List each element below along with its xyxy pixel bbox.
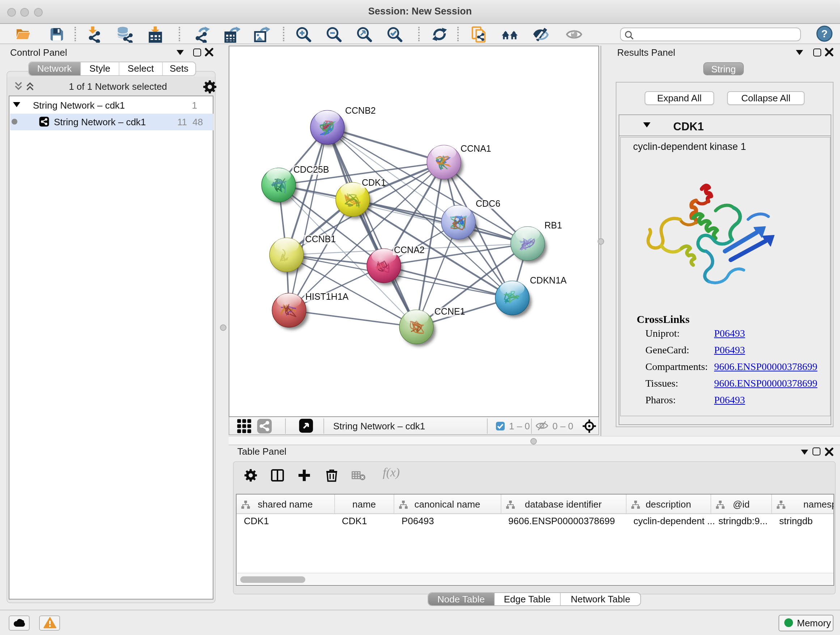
- table-tab-edge-table[interactable]: Edge Table: [494, 593, 560, 605]
- table-tab-node-table[interactable]: Node Table: [428, 593, 494, 605]
- left-splitter-handle[interactable]: [220, 325, 226, 331]
- import-table-from-file-button[interactable]: [146, 26, 164, 43]
- search-input[interactable]: [637, 28, 796, 40]
- control-panel-float-button[interactable]: [193, 48, 201, 56]
- add-column-icon[interactable]: [297, 469, 311, 482]
- results-panel-close-button[interactable]: [824, 48, 833, 57]
- warnings-button[interactable]: [39, 616, 60, 630]
- share-network-button[interactable]: [256, 418, 272, 434]
- column-header-id[interactable]: @id: [711, 494, 772, 513]
- zoom-fit-button[interactable]: [355, 26, 373, 43]
- network-node-CCNE1[interactable]: [399, 310, 435, 346]
- table-cell-sharedname[interactable]: CDK1: [244, 515, 269, 526]
- title-bar: Session: New Session: [0, 0, 840, 24]
- network-canvas[interactable]: CCNB2CCNA1CDC25BCDK1CDC6RB1CCNB1CCNA2CDK…: [228, 45, 599, 417]
- table-cell-id[interactable]: stringdb:9...: [718, 515, 767, 526]
- results-panel-menu-button[interactable]: [796, 50, 803, 55]
- toolbar-separator: [285, 418, 286, 433]
- first-neighbors-button[interactable]: [501, 26, 518, 43]
- table-panel-close-button[interactable]: [824, 447, 833, 456]
- show-all-button[interactable]: [565, 26, 583, 43]
- network-node-CDKN1A[interactable]: [495, 280, 531, 317]
- collection-expand-arrow[interactable]: [13, 102, 20, 107]
- expand-all-button[interactable]: Expand All: [645, 91, 714, 105]
- network-edge-CDK1-RB1[interactable]: [352, 199, 527, 243]
- status-bar: Memory: [0, 610, 840, 635]
- table-panel-float-button[interactable]: [813, 448, 821, 455]
- network-options-gear-icon[interactable]: [202, 79, 217, 94]
- hide-selected-button[interactable]: [532, 26, 549, 43]
- network-row[interactable]: String Network – cdk1 11 48: [10, 113, 213, 130]
- export-table-button[interactable]: [223, 26, 240, 43]
- network-collection-row[interactable]: String Network – cdk1 1: [10, 97, 213, 113]
- delete-table-icon[interactable]: [352, 470, 365, 480]
- clone-network-button[interactable]: [470, 26, 488, 43]
- table-options-gear-icon[interactable]: [244, 469, 257, 482]
- export-view-button[interactable]: [298, 418, 313, 433]
- table-tab-network-table[interactable]: Network Table: [560, 593, 640, 605]
- eye-icon: [565, 26, 582, 43]
- table-cell-description[interactable]: cyclin-dependent ...: [633, 515, 715, 526]
- column-header-sharedname[interactable]: shared name: [237, 494, 335, 513]
- network-node-HIST1H1A[interactable]: [272, 293, 308, 329]
- crosslink-link[interactable]: 9606.ENSP00000378699: [714, 361, 817, 373]
- gene-section-header[interactable]: CDK1: [619, 115, 831, 136]
- table-cell-namespace[interactable]: stringdb: [779, 515, 813, 526]
- column-header-databaseidentifier[interactable]: database identifier: [501, 494, 626, 513]
- fit-content-crosshair-button[interactable]: [581, 418, 597, 433]
- import-network-from-file-button[interactable]: [85, 26, 103, 43]
- column-header-name[interactable]: name: [335, 494, 394, 513]
- selected-checkbox[interactable]: [496, 421, 505, 431]
- table-horizontal-scrollbar[interactable]: [237, 573, 834, 584]
- control-tab-network[interactable]: Network: [28, 62, 80, 75]
- control-tab-style[interactable]: Style: [80, 62, 118, 75]
- crosslink-link[interactable]: P06493: [714, 394, 745, 406]
- save-session-button[interactable]: [48, 26, 65, 43]
- control-panel-menu-button[interactable]: [176, 50, 183, 55]
- collapse-tree-icon[interactable]: [14, 81, 23, 91]
- column-header-namespace[interactable]: namespace: [772, 494, 834, 513]
- export-network-button[interactable]: [193, 26, 210, 43]
- gene-section-expand-arrow[interactable]: [643, 122, 650, 127]
- network-node-CCNA1[interactable]: [426, 145, 463, 181]
- birdseye-grid-icon[interactable]: [236, 418, 251, 434]
- network-node-RB1[interactable]: [510, 226, 546, 263]
- network-node-CDK1[interactable]: [335, 182, 371, 218]
- table-cell-databaseidentifier[interactable]: 9606.ENSP00000378699: [508, 515, 615, 526]
- import-network-from-database-button[interactable]: [116, 26, 133, 43]
- table-cell-canonicalname[interactable]: P06493: [401, 515, 434, 526]
- horizontal-splitter[interactable]: [228, 436, 840, 445]
- control-tab-sets[interactable]: Sets: [162, 62, 195, 75]
- function-builder-icon[interactable]: f(x): [383, 466, 400, 480]
- collapse-all-button[interactable]: Collapse All: [727, 91, 805, 105]
- scrollbar-thumb[interactable]: [240, 576, 305, 583]
- help-button[interactable]: ?: [815, 25, 833, 42]
- crosslink-link[interactable]: P06493: [714, 328, 745, 340]
- apply-preferred-layout-button[interactable]: [431, 26, 448, 43]
- bottom-splitter-handle[interactable]: [530, 438, 537, 444]
- network-node-CDC6[interactable]: [441, 205, 477, 241]
- table-panel-menu-button[interactable]: [801, 449, 808, 454]
- export-image-button[interactable]: [253, 26, 270, 43]
- warning-triangle-icon: [43, 617, 56, 629]
- column-header-canonicalname[interactable]: canonical name: [394, 494, 501, 513]
- delete-column-trash-icon[interactable]: [325, 468, 339, 482]
- right-splitter-handle[interactable]: [598, 238, 604, 244]
- crosslink-link[interactable]: 9606.ENSP00000378699: [714, 378, 817, 390]
- column-header-description[interactable]: description: [626, 494, 711, 513]
- show-columns-icon[interactable]: [271, 469, 284, 482]
- control-tab-select[interactable]: Select: [118, 62, 162, 75]
- expand-tree-icon[interactable]: [25, 81, 35, 91]
- open-file-button[interactable]: [14, 26, 32, 43]
- control-panel-close-button[interactable]: [205, 48, 213, 57]
- table-cell-name[interactable]: CDK1: [342, 515, 367, 526]
- zoom-out-button[interactable]: [325, 26, 342, 43]
- network-type-icon: [39, 117, 49, 127]
- memory-button[interactable]: Memory: [778, 614, 833, 631]
- results-tab-string[interactable]: String: [703, 62, 744, 75]
- results-panel-float-button[interactable]: [813, 48, 821, 56]
- zoom-selected-button[interactable]: [386, 26, 403, 43]
- crosslink-link[interactable]: P06493: [714, 345, 745, 356]
- zoom-in-button[interactable]: [294, 26, 312, 43]
- cloud-status-button[interactable]: [8, 616, 29, 630]
